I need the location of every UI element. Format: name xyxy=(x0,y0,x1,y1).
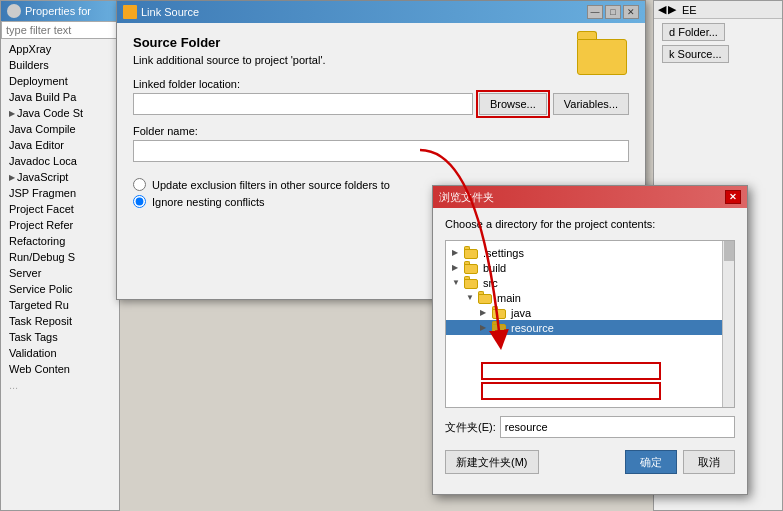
list-item[interactable]: Task Reposit xyxy=(1,313,119,329)
browse-button[interactable]: Browse... xyxy=(479,93,547,115)
tree-item-label: build xyxy=(483,262,506,274)
list-item[interactable]: Builders xyxy=(1,57,119,73)
forward-arrow-icon[interactable]: ▶ xyxy=(668,3,676,16)
folder-icon xyxy=(464,246,480,259)
list-item[interactable]: Javadoc Loca xyxy=(1,153,119,169)
list-item[interactable]: Deployment xyxy=(1,73,119,89)
link-source-button[interactable]: k Source... xyxy=(662,45,729,63)
browse-content: Choose a directory for the project conte… xyxy=(433,208,747,488)
back-arrow-icon[interactable]: ◀ xyxy=(658,3,666,16)
link-source-title: Link Source xyxy=(141,6,199,18)
list-item[interactable]: Task Tags xyxy=(1,329,119,345)
folder-body xyxy=(577,39,627,75)
expand-icon: ▶ xyxy=(480,308,492,317)
dialog-description: Link additional source to project 'porta… xyxy=(133,54,629,66)
section-title: Source Folder xyxy=(133,35,629,50)
folder-icon xyxy=(492,306,508,319)
browse-titlebar: 浏览文件夹 ✕ xyxy=(433,186,747,208)
ignore-nesting-radio[interactable] xyxy=(133,195,146,208)
folder-icon xyxy=(492,321,508,334)
folder-icon xyxy=(478,291,494,304)
update-exclusion-label: Update exclusion filters in other source… xyxy=(152,179,390,191)
filter-input[interactable] xyxy=(1,21,119,39)
folder-icon-large xyxy=(577,31,629,75)
tree-item-src[interactable]: ▼ src xyxy=(446,275,734,290)
folder-name-label: Folder name: xyxy=(133,125,629,137)
folder-name-input[interactable] xyxy=(133,140,629,162)
list-item: ... xyxy=(1,377,119,393)
tree-item-main[interactable]: ▼ main xyxy=(446,290,734,305)
tree-scrollbar[interactable] xyxy=(722,241,734,407)
tree-item-label: resource xyxy=(511,322,554,334)
gear-icon xyxy=(7,4,21,18)
list-item[interactable]: Refactoring xyxy=(1,233,119,249)
folder-path-input[interactable] xyxy=(500,416,735,438)
browse-close-button[interactable]: ✕ xyxy=(725,190,741,204)
folder-tab xyxy=(577,31,597,39)
new-folder-button[interactable]: 新建文件夹(M) xyxy=(445,450,539,474)
tree-item-label: java xyxy=(511,307,531,319)
list-item[interactable]: Java Code St xyxy=(1,105,119,121)
properties-titlebar: Properties for xyxy=(1,1,119,21)
browse-bottom-buttons: 确定 取消 xyxy=(625,446,735,478)
linked-folder-row: Browse... Variables... xyxy=(133,93,629,115)
list-item[interactable]: Project Refer xyxy=(1,217,119,233)
list-item[interactable]: Run/Debug S xyxy=(1,249,119,265)
ignore-nesting-label: Ignore nesting conflicts xyxy=(152,196,265,208)
folder-path-label: 文件夹(E): xyxy=(445,420,496,435)
variables-button[interactable]: Variables... xyxy=(553,93,629,115)
folder-path-row: 文件夹(E): xyxy=(445,416,735,438)
tree-item-java[interactable]: ▶ java xyxy=(446,305,734,320)
list-item[interactable]: Service Polic xyxy=(1,281,119,297)
close-button[interactable]: ✕ xyxy=(623,5,639,19)
title-left: Link Source xyxy=(123,5,199,19)
link-source-titlebar: Link Source — □ ✕ xyxy=(117,1,645,23)
expand-icon: ▼ xyxy=(452,278,464,287)
browse-folder-dialog: 浏览文件夹 ✕ Choose a directory for the proje… xyxy=(432,185,748,495)
titlebar-controls[interactable]: — □ ✕ xyxy=(587,5,639,19)
list-item[interactable]: Web Conten xyxy=(1,361,119,377)
scrollbar-thumb xyxy=(724,241,734,261)
tree-item-resource[interactable]: ▶ resource xyxy=(446,320,734,335)
maximize-button[interactable]: □ xyxy=(605,5,621,19)
right-toolbar: ◀ ▶ EE xyxy=(654,1,782,19)
update-exclusion-radio[interactable] xyxy=(133,178,146,191)
folder-icon xyxy=(464,261,480,274)
tree-item-label: src xyxy=(483,277,498,289)
ok-button[interactable]: 确定 xyxy=(625,450,677,474)
list-item[interactable]: Targeted Ru xyxy=(1,297,119,313)
tree-item-build[interactable]: ▶ build xyxy=(446,260,734,275)
expand-icon: ▶ xyxy=(480,323,492,332)
tree-item-label: main xyxy=(497,292,521,304)
list-item[interactable]: JSP Fragmen xyxy=(1,185,119,201)
tree-item-label: .settings xyxy=(483,247,524,259)
list-item[interactable]: Project Facet xyxy=(1,201,119,217)
list-item[interactable]: Validation xyxy=(1,345,119,361)
properties-list: AppXray Builders Deployment Java Build P… xyxy=(1,39,119,395)
browse-title-text: 浏览文件夹 xyxy=(439,190,494,205)
list-item[interactable]: Java Build Pa xyxy=(1,89,119,105)
expand-icon: ▼ xyxy=(466,293,478,302)
list-item[interactable]: AppXray xyxy=(1,41,119,57)
minimize-button[interactable]: — xyxy=(587,5,603,19)
list-item[interactable]: JavaScript xyxy=(1,169,119,185)
folder-icon xyxy=(464,276,480,289)
ee-label: EE xyxy=(682,4,697,16)
tree-item-settings[interactable]: ▶ .settings xyxy=(446,245,734,260)
browse-instruction: Choose a directory for the project conte… xyxy=(445,218,735,230)
linked-folder-label: Linked folder location: xyxy=(133,78,629,90)
list-item[interactable]: Java Compile xyxy=(1,121,119,137)
properties-panel: Properties for AppXray Builders Deployme… xyxy=(0,0,120,511)
link-source-icon xyxy=(123,5,137,19)
cancel-button[interactable]: 取消 xyxy=(683,450,735,474)
list-item[interactable]: Java Editor xyxy=(1,137,119,153)
expand-icon: ▶ xyxy=(452,263,464,272)
tree-container[interactable]: ▶ .settings ▶ build ▼ src ▼ main xyxy=(445,240,735,408)
list-item[interactable]: Server xyxy=(1,265,119,281)
linked-folder-input[interactable] xyxy=(133,93,473,115)
properties-title-text: Properties for xyxy=(25,5,91,17)
linked-folder-button[interactable]: d Folder... xyxy=(662,23,725,41)
expand-icon: ▶ xyxy=(452,248,464,257)
